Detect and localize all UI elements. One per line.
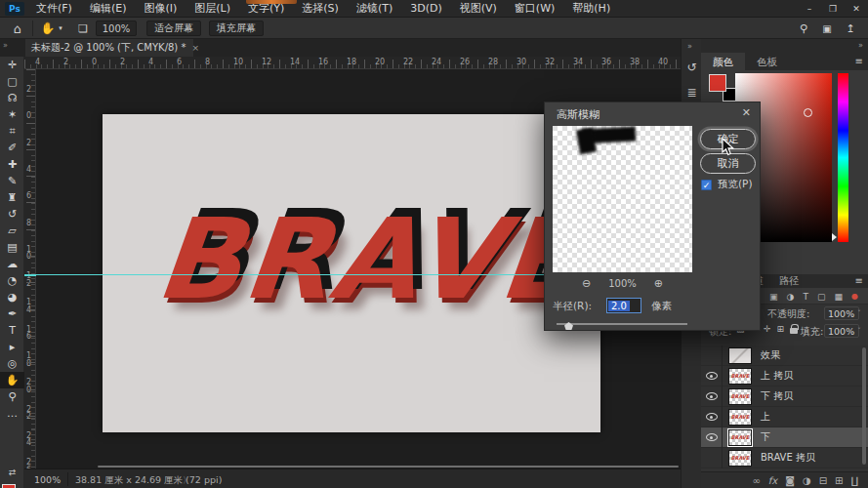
menu-item-7[interactable]: 滤镜(T) bbox=[348, 0, 401, 18]
visibility-toggle[interactable] bbox=[701, 346, 723, 366]
layer-row-BRAVE 拷贝[interactable]: BRAVEBRAVE 拷贝 bbox=[701, 448, 868, 468]
lasso-tool[interactable]: ☊ bbox=[0, 90, 24, 106]
history-brush-tool[interactable]: ↺ bbox=[0, 206, 24, 223]
horizontal-scrollbar[interactable] bbox=[98, 466, 679, 468]
status-zoom-value[interactable]: 100% bbox=[34, 474, 61, 485]
filter-pin-icon[interactable]: ● bbox=[851, 292, 858, 301]
menu-item-6[interactable]: 选择(S) bbox=[293, 0, 348, 18]
layers-scrollbar[interactable] bbox=[862, 347, 866, 465]
link-layers-icon[interactable]: ∞ bbox=[752, 475, 760, 486]
properties-panel-icon[interactable]: ≣ bbox=[682, 84, 702, 102]
layer-row-下 拷贝[interactable]: BRAVE下 拷贝 bbox=[701, 386, 868, 407]
share-icon[interactable]: ↥ bbox=[842, 18, 859, 39]
blur-preview[interactable] bbox=[553, 126, 692, 272]
gradient-tool[interactable]: ▤ bbox=[0, 239, 24, 256]
brush-tool[interactable]: ✎ bbox=[0, 173, 24, 189]
eyedropper-tool[interactable]: ✐ bbox=[0, 140, 24, 156]
hand-tool-icon[interactable]: ✋ bbox=[39, 18, 57, 39]
blur-tool[interactable]: ☁ bbox=[0, 256, 24, 272]
menu-item-11[interactable]: 帮助(H) bbox=[563, 0, 619, 18]
home-icon[interactable]: ⌂ bbox=[8, 18, 27, 39]
zoom-100-button[interactable]: 100% bbox=[96, 20, 137, 36]
layer-thumbnail[interactable]: BRAVE bbox=[728, 368, 752, 385]
menu-item-8[interactable]: 3D(D) bbox=[401, 0, 451, 18]
edit-toolbar[interactable]: … bbox=[0, 405, 24, 422]
clone-stamp-tool[interactable]: ♜ bbox=[0, 189, 24, 206]
filter-shape-layers-icon[interactable]: ▢ bbox=[817, 292, 826, 302]
visibility-toggle[interactable] bbox=[701, 407, 723, 427]
canvas-document[interactable]: BRAVE bbox=[103, 114, 600, 432]
horizontal-ruler[interactable]: 4202468101214161820222426283032343638404… bbox=[24, 57, 681, 69]
eraser-tool[interactable]: ▱ bbox=[0, 223, 24, 239]
spot-healing-brush-tool[interactable]: ✚ bbox=[0, 156, 24, 173]
menu-item-10[interactable]: 窗口(W) bbox=[506, 0, 563, 18]
menu-item-1[interactable]: 文件(F) bbox=[27, 0, 81, 18]
hand-tool[interactable]: ✋ bbox=[0, 372, 24, 388]
layer-thumbnail[interactable]: BRAVE bbox=[728, 429, 752, 446]
new-group-icon[interactable]: ⊟ bbox=[819, 475, 827, 486]
layer-thumbnail[interactable]: BRAVE bbox=[728, 388, 752, 405]
dialog-close-icon[interactable]: ✕ bbox=[742, 106, 751, 119]
minimize-button[interactable]: – bbox=[798, 0, 821, 18]
document-tab[interactable]: 未标题-2 @ 100% (下, CMYK/8) * × bbox=[25, 39, 193, 57]
hand-tool-dropdown-icon[interactable]: ▾ bbox=[56, 18, 65, 39]
lock-all-icon[interactable] bbox=[790, 328, 798, 334]
move-tool[interactable]: ✛ bbox=[0, 57, 24, 73]
cancel-button[interactable]: 取消 bbox=[700, 153, 756, 174]
crop-tool[interactable]: ⌗ bbox=[0, 123, 24, 140]
preview-checkbox[interactable]: ✓ bbox=[701, 180, 712, 190]
dodge-tool[interactable]: ◔ bbox=[0, 272, 24, 289]
visibility-toggle[interactable] bbox=[701, 427, 723, 448]
filter-smart-objects-icon[interactable]: ▦ bbox=[834, 292, 843, 302]
dock-collapse-icon[interactable]: » bbox=[687, 42, 691, 51]
menu-item-2[interactable]: 编辑(E) bbox=[81, 0, 136, 18]
fill-value-dropdown[interactable]: 100% ˅ bbox=[824, 324, 859, 338]
color-field-marker[interactable] bbox=[804, 108, 812, 117]
filter-type-layers-icon[interactable]: T bbox=[803, 292, 808, 302]
search-icon[interactable]: ⚲ bbox=[795, 18, 812, 39]
fill-screen-button[interactable]: 填充屏幕 bbox=[209, 20, 264, 36]
adjustment-layer-icon[interactable]: ◑ bbox=[803, 475, 811, 486]
new-layer-icon[interactable]: ⊞ bbox=[835, 475, 843, 486]
magic-wand-tool[interactable]: ✶ bbox=[0, 106, 24, 123]
foreground-color-swatch[interactable] bbox=[2, 484, 16, 488]
pen-tool[interactable]: ✒ bbox=[0, 305, 24, 322]
visibility-toggle[interactable] bbox=[701, 386, 723, 407]
opacity-value-dropdown[interactable]: 100% ˅ bbox=[824, 306, 859, 320]
menu-item-9[interactable]: 视图(V) bbox=[451, 0, 506, 18]
swap-colors-icon[interactable]: ⇄ bbox=[0, 467, 24, 478]
layers-panel-menu-icon[interactable]: ≡ bbox=[855, 275, 863, 286]
panel-collapse-icon[interactable]: » bbox=[858, 41, 862, 50]
hue-slider[interactable] bbox=[838, 73, 848, 242]
status-chevron-icon[interactable]: 〉 bbox=[183, 474, 191, 487]
scroll-all-windows-icon[interactable]: ❏ bbox=[74, 18, 92, 39]
rectangular-marquee-tool[interactable]: ▢ bbox=[0, 73, 24, 90]
burn-tool[interactable]: ◕ bbox=[0, 289, 24, 305]
color-panel-menu-icon[interactable]: ≡ bbox=[855, 56, 863, 66]
slider-track[interactable] bbox=[557, 323, 687, 325]
layer-thumbnail[interactable] bbox=[728, 347, 752, 364]
add-layer-mask-icon[interactable]: ◙ bbox=[785, 475, 795, 486]
hue-slider-pointer[interactable] bbox=[832, 233, 837, 241]
layer-row-效果[interactable]: 效果 bbox=[701, 346, 868, 366]
document-tab-close-icon[interactable]: × bbox=[191, 43, 199, 53]
delete-layer-icon[interactable]: ∐ bbox=[850, 475, 858, 486]
workspace-icon[interactable]: ▣ bbox=[818, 18, 836, 39]
tab-swatches[interactable]: 色板 bbox=[745, 53, 789, 70]
layer-thumbnail[interactable]: BRAVE bbox=[728, 450, 752, 467]
menu-item-4[interactable]: 图层(L) bbox=[186, 0, 239, 18]
filter-adjustment-layers-icon[interactable]: ◑ bbox=[787, 292, 795, 302]
ellipse-tool[interactable]: ◎ bbox=[0, 355, 24, 372]
radius-input[interactable]: 2.0 bbox=[606, 298, 641, 313]
menu-item-3[interactable]: 图像(I) bbox=[135, 0, 186, 18]
filter-pixel-layers-icon[interactable]: ▣ bbox=[769, 292, 778, 302]
panel-foreground-swatch[interactable] bbox=[709, 74, 726, 92]
lock-position-icon[interactable]: ✛ bbox=[764, 324, 771, 334]
toolbar-collapse-icon[interactable]: » bbox=[3, 41, 7, 50]
zoom-in-icon[interactable]: ⊕ bbox=[654, 277, 663, 290]
fit-screen-button[interactable]: 适合屏幕 bbox=[146, 20, 201, 36]
radius-slider[interactable] bbox=[557, 321, 687, 331]
layer-style-icon[interactable]: fx bbox=[768, 475, 777, 486]
layer-row-下[interactable]: BRAVE下 bbox=[701, 427, 868, 448]
vertical-ruler[interactable]: 202468101214161820222426 bbox=[24, 69, 36, 468]
